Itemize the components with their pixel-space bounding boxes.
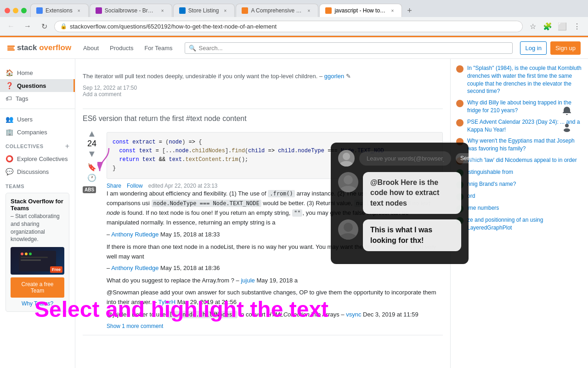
reload-button[interactable]: ↻ [38,20,51,33]
menu-icon[interactable]: ⋮ [571,20,583,33]
social-send-button[interactable]: Send [456,153,478,163]
stack-bar-1 [7,46,15,47]
add-comment-link[interactable]: Add a comment [83,91,443,98]
tab-so-overview[interactable]: A Comprehensive Overview o... × [236,4,318,17]
signup-button[interactable]: Sign up [550,41,581,55]
login-button[interactable]: Log in [520,41,546,55]
related-items: In "Splash" (1984), is the couple that K… [456,64,582,232]
history-icon[interactable]: 🕐 [87,173,96,182]
tab-close-icon[interactable]: × [159,7,166,14]
related-icon [456,100,464,107]
social-input[interactable] [359,151,451,166]
stack-bar-2 [7,47,14,49]
jujule-link[interactable]: jujule [241,277,254,284]
back-button[interactable]: ← [5,20,17,33]
related-link[interactable]: nnig Brand's name? [467,180,516,189]
sidebar-item-discussions[interactable]: 💬 Discussions [0,165,75,178]
social-msg-avatar-2 [338,219,358,240]
title-bar: Extensions × Socialbrowse - Browse chatt… [0,0,588,17]
vsync-link[interactable]: vsync [346,311,361,318]
nav-for-teams[interactable]: For Teams [140,42,177,54]
tab-store[interactable]: Store Listing × [173,4,235,17]
home-icon: 🏠 [6,69,13,76]
related-link[interactable]: Why weren't the Egyptians mad that Josep… [467,137,582,153]
nav-about[interactable]: About [79,42,103,54]
search-input[interactable] [199,45,509,52]
related-link[interactable]: In "Splash" (1984), is the couple that K… [467,64,582,95]
sidebar-item-companies[interactable]: 🏢 Companies [0,126,75,138]
social-message-2: This is what I was looking for thx! [338,219,461,251]
browser-chrome: Extensions × Socialbrowse - Browse chatt… [0,0,588,36]
bookmark-icon[interactable]: ☆ [526,20,539,33]
related-link[interactable]: Which 'law' did Nicodemus appeal to in o… [467,156,577,165]
downvote-button[interactable]: ▼ [87,149,96,159]
tab-extensions[interactable]: Extensions × [30,4,89,17]
notification-icon-fixed[interactable] [562,106,572,117]
so-logo[interactable]: stack overflow [7,43,71,52]
tab-close-icon[interactable]: × [75,7,83,14]
tabs-row: Extensions × Socialbrowse - Browse chatt… [30,4,566,17]
related-icon [456,65,464,73]
comment-item: The iterator will pull text nodes deeply… [83,66,443,109]
sidebar-item-users[interactable]: 👥 Users [0,113,75,126]
related-link[interactable]: istinguishable from [467,168,513,177]
share-link[interactable]: Share [107,183,121,189]
annotation-arrow [97,146,111,175]
tylerh-link[interactable]: TylerH [158,299,176,305]
body-para-5: What do you suggest to replace the Array… [107,276,443,285]
url-bar[interactable]: 🔒 stackoverflow.com/questions/6520192/ho… [54,21,523,32]
tab-favicon [325,7,332,14]
comment-author-link[interactable]: ggorlen [324,73,344,80]
follow-link[interactable]: Follow [127,183,143,189]
tab-so-js[interactable]: javascript - How to get the te... × [319,4,402,17]
why-teams-link[interactable]: Why Teams? [11,300,64,307]
related-item: ime numbers [456,204,582,213]
close-button[interactable] [5,8,10,13]
extensions-icon[interactable]: 🧩 [541,20,554,33]
minimize-button[interactable] [13,8,18,13]
teams-image: Free [11,247,64,275]
svg-point-4 [340,186,356,192]
show-more-comments-link[interactable]: Show 1 more comment [107,323,443,329]
collectives-label: COLLECTIVES [6,144,44,149]
sidebar-item-questions[interactable]: ❓ Questions [0,79,75,92]
tab-close-icon[interactable]: × [389,7,396,14]
svg-point-6 [340,233,356,240]
so-sidebar: 🏠 Home ❓ Questions 🏷 Tags 👥 Users 🏢 Comp… [0,59,75,368]
social-message-1: @Brook Here is the code how to extract t… [338,172,461,214]
related-link[interactable]: ze and positionning of an using LayeredG… [467,216,582,232]
profile-icon-fixed[interactable] [562,122,572,133]
sidebar-label-users: Users [17,116,33,123]
tab-title: Store Listing [188,7,219,14]
sidebar-item-explore-collectives[interactable]: ⭕ Explore Collectives [0,152,75,165]
sidebar-item-tags[interactable]: 🏷 Tags [0,92,75,105]
url-text: stackoverflow.com/questions/6520192/how-… [70,23,517,30]
svg-point-2 [340,161,353,167]
tab-title: javascript - How to get the te... [334,7,386,14]
forward-button[interactable]: → [21,20,34,33]
sidebar-divider [0,109,75,109]
profile-icon[interactable]: ⬜ [556,20,569,33]
so-search[interactable]: 🔍 [185,42,513,54]
upvote-button[interactable]: ▲ [87,128,96,139]
body-para-6: @Snowman please add your own answer for … [107,288,443,307]
bookmark-icon[interactable]: 🔖 [87,163,96,172]
users-icon: 👥 [6,115,13,123]
new-tab-button[interactable]: + [403,4,416,17]
nav-products[interactable]: Products [105,42,138,54]
sidebar-item-home[interactable]: 🏠 Home [0,66,75,79]
collectives-plus-button[interactable]: + [65,142,69,150]
tab-socialbrowse[interactable]: Socialbrowse - Browse chatt... × [90,4,172,17]
tab-close-icon[interactable]: × [305,7,312,14]
body-para-4: – Anthony Rutledge May 15, 2018 at 18:36 [107,264,443,273]
teams-card: Stack Overflow for Teams – Start collabo… [6,193,69,312]
sidebar-label-questions: Questions [17,82,46,89]
related-link[interactable]: ime numbers [467,204,499,213]
header-buttons: Log in Sign up [520,41,581,55]
maximize-button[interactable] [21,8,27,13]
companies-icon: 🏢 [6,128,13,136]
create-team-button[interactable]: Create a free Team [11,277,64,298]
author-link-1[interactable]: Anthony Rutledge [111,231,158,238]
author-link-2[interactable]: Anthony Rutledge [111,264,158,271]
tab-close-icon[interactable]: × [221,7,229,14]
